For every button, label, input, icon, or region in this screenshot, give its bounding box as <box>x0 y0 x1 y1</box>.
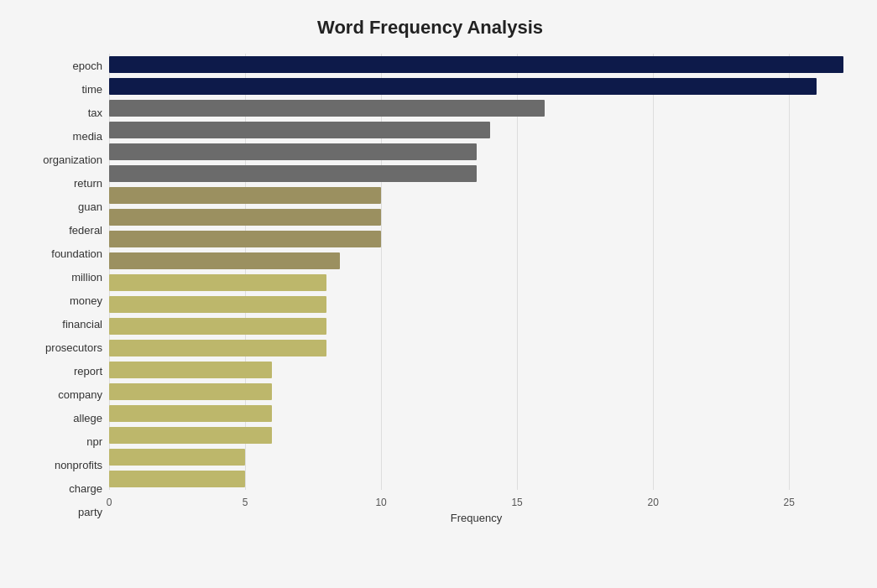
bar-row-federal <box>109 206 843 228</box>
x-axis-label: Frequency <box>109 512 843 524</box>
bar-row-npr <box>109 403 843 424</box>
x-axis: 0510152025 <box>109 493 843 510</box>
bar-row-financial <box>109 294 843 315</box>
bar-money <box>109 274 326 291</box>
bar-tax <box>109 100 545 117</box>
bar-guan <box>109 187 381 204</box>
bar-row-guan <box>109 185 843 206</box>
x-tick-20: 20 <box>647 497 658 508</box>
bar-million <box>109 252 340 269</box>
y-label-media: media <box>73 125 102 147</box>
chart-container: Word Frequency Analysis epochtimetaxmedi… <box>0 0 877 588</box>
x-tick-25: 25 <box>783 497 794 508</box>
y-label-time: time <box>81 78 102 100</box>
x-tick-10: 10 <box>375 497 386 508</box>
y-label-organization: organization <box>43 148 102 170</box>
bar-federal <box>109 209 381 226</box>
y-label-financial: financial <box>62 314 102 336</box>
bar-row-media <box>109 119 843 141</box>
y-label-npr: npr <box>86 431 102 453</box>
y-label-party: party <box>78 502 102 523</box>
bar-row-company <box>109 359 843 381</box>
y-label-guan: guan <box>78 195 102 217</box>
bar-row-nonprofits <box>109 424 843 446</box>
bar-row-tax <box>109 97 843 119</box>
bar-nonprofits <box>109 427 272 444</box>
bar-row-allege <box>109 381 843 403</box>
plot-area: 0510152025 Frequency <box>109 54 843 524</box>
bar-row-money <box>109 272 843 294</box>
x-tick-0: 0 <box>107 497 112 508</box>
bar-row-charge <box>109 446 843 468</box>
bar-row-party <box>109 468 843 490</box>
y-label-report: report <box>74 361 102 382</box>
bars-wrapper <box>109 54 843 490</box>
y-label-company: company <box>58 384 102 406</box>
bar-row-return <box>109 163 843 185</box>
y-label-million: million <box>71 266 102 288</box>
chart-area: epochtimetaxmediaorganizationreturnguanf… <box>17 54 843 524</box>
bar-row-time <box>109 75 843 97</box>
bar-company <box>109 362 272 378</box>
bar-media <box>109 122 490 138</box>
y-label-prosecutors: prosecutors <box>45 337 102 359</box>
bar-party <box>109 471 245 487</box>
y-label-federal: federal <box>69 219 102 241</box>
bar-return <box>109 165 477 182</box>
x-tick-15: 15 <box>511 497 522 508</box>
bar-row-foundation <box>109 228 843 250</box>
bar-prosecutors <box>109 318 326 335</box>
bar-epoch <box>109 56 843 73</box>
bar-foundation <box>109 231 381 247</box>
y-label-nonprofits: nonprofits <box>55 455 102 476</box>
bar-row-prosecutors <box>109 315 843 337</box>
bar-row-epoch <box>109 54 843 75</box>
bar-row-report <box>109 337 843 359</box>
bar-npr <box>109 405 272 422</box>
bar-time <box>109 78 817 95</box>
y-label-foundation: foundation <box>51 242 102 264</box>
bar-row-organization <box>109 141 843 163</box>
y-label-tax: tax <box>88 101 102 123</box>
y-label-return: return <box>74 172 102 194</box>
bar-organization <box>109 143 477 160</box>
bar-charge <box>109 449 245 466</box>
y-label-charge: charge <box>69 478 102 500</box>
x-tick-5: 5 <box>243 497 248 508</box>
chart-title: Word Frequency Analysis <box>17 17 843 39</box>
y-label-epoch: epoch <box>73 55 102 76</box>
bar-financial <box>109 296 326 313</box>
y-label-allege: allege <box>73 408 102 429</box>
bar-report <box>109 340 326 356</box>
y-labels: epochtimetaxmediaorganizationreturnguanf… <box>17 54 109 524</box>
bar-row-million <box>109 250 843 272</box>
bar-allege <box>109 383 272 400</box>
y-label-money: money <box>70 289 102 311</box>
